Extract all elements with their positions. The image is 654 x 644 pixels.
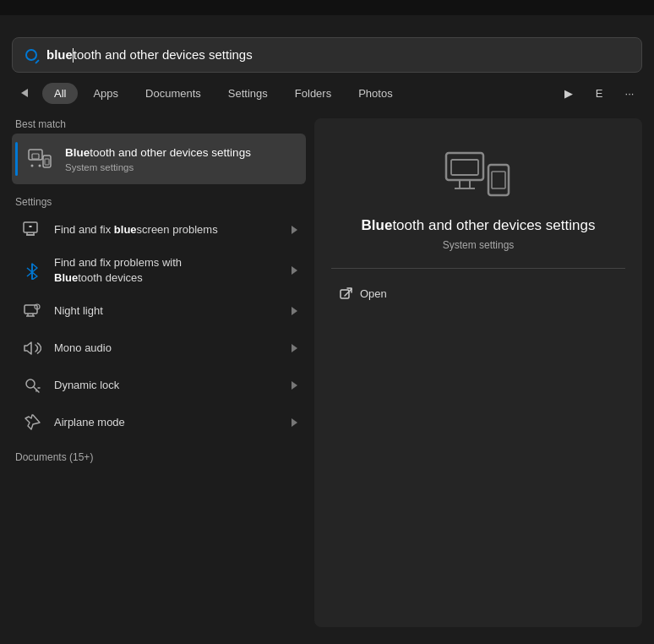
setting-item-bluescreen[interactable]: Find and fix bluescreen problems (12, 211, 306, 248)
key-icon (20, 374, 44, 397)
svg-rect-3 (45, 159, 49, 165)
selection-accent (15, 142, 18, 176)
svg-rect-2 (43, 156, 51, 167)
tab-photos[interactable]: Photos (346, 83, 404, 104)
chevron-right-icon-6 (292, 418, 297, 427)
right-title-rest: tooth and other devices settings (392, 217, 595, 233)
user-button[interactable]: E (586, 80, 612, 106)
svg-rect-12 (25, 305, 37, 314)
airplane-icon (20, 411, 44, 434)
speaker-icon (20, 336, 44, 360)
setting-item-night-light[interactable]: Night light (12, 292, 306, 330)
bm-title-rest: tooth and other devices settings (90, 146, 251, 159)
search-query-suffix: tooth and other devices settings (74, 47, 253, 62)
svg-point-4 (31, 165, 34, 167)
mono-audio-text: Mono audio (54, 341, 281, 356)
right-panel-icon (444, 144, 512, 203)
top-bar (0, 0, 654, 15)
open-icon (340, 287, 353, 301)
chevron-right-icon-3 (292, 307, 297, 315)
tab-documents[interactable]: Documents (134, 83, 213, 104)
best-match-title: Bluetooth and other devices settings (65, 145, 296, 161)
tab-all[interactable]: All (42, 83, 78, 104)
search-bar[interactable]: bluetooth and other devices settings (12, 37, 642, 73)
right-panel-subtitle: System settings (443, 239, 515, 251)
filter-tabs: All Apps Documents Settings Folders Phot… (42, 83, 405, 104)
setting-item-mono-audio[interactable]: Mono audio (12, 330, 306, 367)
bm-title-highlight: Blue (65, 146, 90, 159)
svg-rect-23 (492, 172, 505, 188)
svg-rect-1 (32, 154, 39, 159)
more-button[interactable]: ··· (617, 80, 642, 106)
bluescreen-icon (20, 218, 44, 242)
filter-right-controls: ▶ E ··· (556, 80, 642, 106)
setting-item-bluetooth-fix[interactable]: Find and fix problems withBluetooth devi… (12, 248, 306, 292)
left-panel: Best match Bluetooth and other devices s… (12, 118, 306, 627)
back-button[interactable] (12, 80, 37, 106)
tab-apps[interactable]: Apps (81, 83, 130, 104)
best-match-subtitle: System settings (65, 162, 296, 172)
setting-item-dynamic-lock[interactable]: Dynamic lock (12, 367, 306, 404)
svg-point-5 (39, 165, 41, 167)
svg-rect-6 (24, 222, 37, 232)
bluetooth-icon (20, 259, 44, 282)
chevron-right-icon-5 (292, 381, 297, 390)
settings-section: Settings Find and fix bluescreen problem… (12, 196, 306, 441)
chevron-right-icon (292, 226, 297, 234)
back-arrow-icon (21, 89, 28, 97)
bluetooth-settings-icon (25, 144, 55, 174)
airplane-mode-text: Airplane mode (54, 415, 281, 430)
chevron-right-icon-4 (292, 344, 297, 352)
open-label: Open (360, 287, 387, 300)
filter-bar: All Apps Documents Settings Folders Phot… (12, 80, 642, 106)
documents-section: Documents (15+) (12, 451, 306, 463)
svg-line-11 (27, 272, 32, 276)
chevron-right-icon-2 (292, 266, 297, 275)
right-title-highlight: Blue (362, 217, 393, 233)
tab-folders[interactable]: Folders (283, 83, 343, 104)
night-light-icon (20, 299, 44, 323)
night-light-text: Night light (54, 303, 281, 319)
setting-item-airplane-mode[interactable]: Airplane mode (12, 404, 306, 441)
play-button[interactable]: ▶ (556, 80, 581, 106)
open-button[interactable]: Open (331, 282, 395, 306)
settings-section-label: Settings (12, 196, 306, 208)
svg-rect-0 (29, 150, 42, 160)
bluescreen-text: Find and fix bluescreen problems (54, 222, 281, 237)
best-match-item[interactable]: Bluetooth and other devices settings Sys… (12, 134, 306, 184)
panel-divider (331, 268, 625, 269)
right-panel: Bluetooth and other devices settings Sys… (314, 118, 642, 627)
tab-settings[interactable]: Settings (216, 83, 280, 104)
documents-label: Documents (15+) (12, 451, 306, 463)
svg-rect-27 (341, 290, 349, 298)
svg-line-10 (27, 268, 32, 272)
best-match-text: Bluetooth and other devices settings Sys… (65, 145, 296, 172)
search-query-prefix: blue (46, 47, 73, 62)
search-input[interactable]: bluetooth and other devices settings (46, 47, 631, 63)
dynamic-lock-text: Dynamic lock (54, 378, 281, 393)
bluetooth-fix-text: Find and fix problems withBluetooth devi… (54, 255, 281, 286)
right-panel-title: Bluetooth and other devices settings (362, 216, 596, 236)
best-match-label: Best match (12, 118, 306, 130)
search-icon (23, 46, 40, 63)
svg-rect-21 (451, 160, 478, 175)
